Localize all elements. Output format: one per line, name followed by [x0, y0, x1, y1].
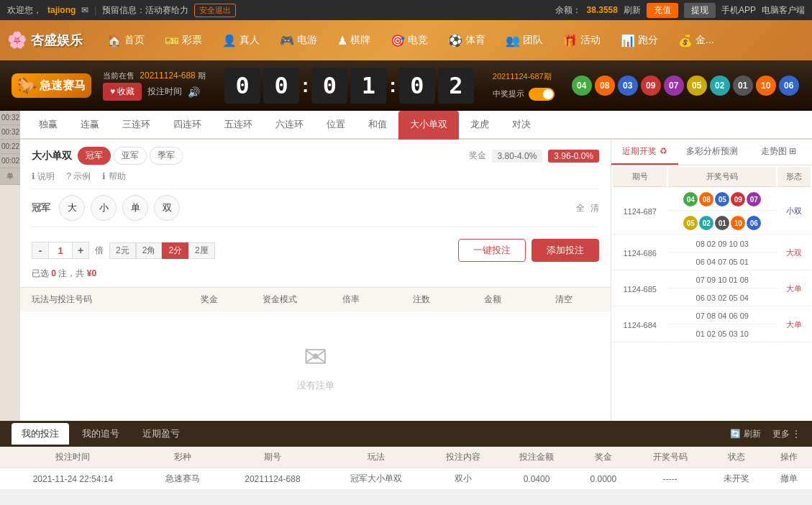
prize-range2: 3.96-0.0%	[548, 150, 599, 163]
unit-btn-2分[interactable]: 2分	[162, 242, 188, 259]
qty-minus-button[interactable]: -	[32, 242, 49, 259]
list-item: 2021-11-24 22:54:14	[0, 468, 146, 490]
nav-item-activity[interactable]: 🎁活动	[553, 20, 611, 60]
choice-btn-单[interactable]: 单	[122, 195, 148, 221]
unit-btn-2元[interactable]: 2元	[109, 242, 136, 259]
tab-位置[interactable]: 位置	[315, 111, 357, 140]
play-header: 大小单双 冠军亚军季军 奖金 3.80-4.0% 3.96-0.0%	[32, 147, 599, 165]
msg-icon[interactable]: ✉	[81, 5, 88, 15]
sound-button[interactable]: 🔊	[188, 86, 200, 98]
nav-item-sports[interactable]: ⚽体育	[438, 20, 496, 60]
info-ℹ 说明[interactable]: ℹ 说明	[32, 170, 55, 183]
right-tab-走势图 ⊞[interactable]: 走势图 ⊞	[745, 140, 812, 165]
recent-th-形态: 形态	[777, 167, 811, 187]
mini-ball: 04	[683, 192, 698, 206]
esports-icon: 🎯	[391, 34, 405, 47]
rank-btn-季军[interactable]: 季军	[150, 147, 183, 165]
bottom-tab-近期盈亏[interactable]: 近期盈亏	[132, 423, 190, 445]
tab-连赢[interactable]: 连赢	[69, 111, 111, 140]
collect-button[interactable]: ♥ 收藏	[103, 83, 142, 101]
username: tajiong	[47, 5, 76, 15]
bottom-th-投注金额: 投注金额	[500, 447, 573, 468]
cancel-action-button[interactable]: 撤单	[766, 468, 812, 490]
desktop-client-button[interactable]: 电脑客户端	[762, 4, 805, 17]
more-button[interactable]: 更多 ⋮	[772, 428, 800, 440]
tab-大小单双[interactable]: 大小单双	[398, 111, 459, 140]
countdown-m1: 0	[311, 68, 347, 104]
balls-row-1: 07 09 10 01 08	[668, 272, 776, 288]
game-logo: 🐎 急速赛马	[12, 73, 91, 98]
recent-th-期号: 期号	[613, 167, 667, 187]
mini-ball: 10	[731, 216, 745, 230]
refresh-button[interactable]: 刷新	[624, 4, 641, 17]
recharge-button[interactable]: 充值	[647, 3, 678, 18]
tab-六连环[interactable]: 六连环	[264, 111, 315, 140]
tab-五连环[interactable]: 五连环	[213, 111, 264, 140]
right-tab-近期开奖 ♻[interactable]: 近期开奖 ♻	[611, 140, 678, 165]
bottom-th-奖金: 奖金	[573, 447, 634, 468]
prize-range1: 3.80-4.0%	[492, 150, 543, 163]
balance-value: 38.3558	[587, 5, 618, 15]
bet-action-buttons: 一键投注 添加投注	[458, 239, 599, 262]
tab-独赢[interactable]: 独赢	[27, 111, 69, 140]
withdraw-button[interactable]: 提现	[684, 3, 716, 18]
result-ball-04: 04	[572, 76, 592, 96]
clear-button[interactable]: 清	[590, 202, 599, 214]
running-icon: 📊	[621, 34, 635, 47]
quick-bet-button[interactable]: 一键投注	[458, 239, 526, 262]
nav-item-gold[interactable]: 💰金...	[668, 20, 724, 60]
safe-exit-button[interactable]: 安全退出	[194, 4, 236, 17]
bet-col-玩法与投注号码: 玩法与投注号码	[32, 294, 173, 306]
right-tab-多彩分析预测[interactable]: 多彩分析预测	[678, 140, 745, 165]
choice-btn-大[interactable]: 大	[59, 195, 85, 221]
nav-item-team[interactable]: 👥团队	[496, 20, 553, 60]
select-all-button[interactable]: 全	[576, 202, 585, 214]
add-bet-button[interactable]: 添加投注	[532, 239, 599, 262]
selected-count: 0	[51, 268, 56, 278]
nav-item-lottery[interactable]: 🎫彩票	[155, 20, 212, 60]
rank-btn-冠军[interactable]: 冠军	[78, 147, 111, 165]
bottom-tab-我的追号[interactable]: 我的追号	[72, 423, 129, 445]
info-? 示例[interactable]: ? 示例	[66, 170, 91, 183]
rank-btn-亚军[interactable]: 亚军	[114, 147, 147, 165]
mini-ball: 07	[747, 192, 761, 206]
bottom-tabs: 我的投注我的追号近期盈亏🔄 刷新更多 ⋮	[0, 421, 812, 447]
countdown-s2: 2	[438, 68, 474, 104]
nav-item-running[interactable]: 📊跑分	[611, 20, 668, 60]
nav-item-egame[interactable]: 🎮电游	[270, 20, 327, 60]
qty-control: - 1 +	[32, 242, 89, 259]
countdown: 0 0 : 0 1 : 0 2	[224, 68, 474, 104]
list-item: 20211124-688	[219, 468, 327, 490]
chess-icon: ♟	[337, 34, 347, 47]
tab-和值[interactable]: 和值	[357, 111, 398, 140]
result-tag: 大单	[777, 308, 811, 342]
nav-bar: 🌸 杏盛娱乐 🏠首页 🎫彩票 👤真人 🎮电游 ♟棋牌 🎯电竞 ⚽体育 👥团队 🎁…	[0, 20, 812, 60]
tab-对决[interactable]: 对决	[501, 111, 542, 140]
mini-ball: 06	[747, 216, 761, 230]
mobile-app-button[interactable]: 手机APP	[721, 4, 756, 17]
choice-btn-双[interactable]: 双	[154, 195, 180, 221]
choice-btn-小[interactable]: 小	[91, 195, 117, 221]
mini-ball: 02	[699, 216, 713, 230]
tab-三连环[interactable]: 三连环	[111, 111, 162, 140]
win-toggle[interactable]	[529, 88, 555, 101]
info-ℹ 帮助[interactable]: ℹ 帮助	[102, 170, 125, 183]
unit-btn-2角[interactable]: 2角	[136, 242, 163, 259]
bet-col-注数: 注数	[386, 294, 457, 306]
tab-龙虎[interactable]: 龙虎	[459, 111, 501, 140]
clear-buttons: 全 清	[576, 202, 599, 214]
game-logo-area: 🐎 急速赛马	[12, 73, 91, 98]
game-main: 大小单双 冠军亚军季军 奖金 3.80-4.0% 3.96-0.0% ℹ 说明?…	[20, 140, 812, 421]
nav-item-live[interactable]: 👤真人	[212, 20, 270, 60]
nav-item-chess[interactable]: ♟棋牌	[327, 20, 380, 60]
nav-logo: 🌸 杏盛娱乐	[7, 31, 83, 50]
home-icon: 🏠	[107, 34, 122, 47]
refresh-bottom-button[interactable]: 🔄 刷新	[730, 428, 760, 440]
unit-btn-2厘[interactable]: 2厘	[188, 242, 215, 259]
tab-四连环[interactable]: 四连环	[162, 111, 213, 140]
qty-plus-button[interactable]: +	[72, 242, 89, 259]
list-item: 双小	[426, 468, 500, 490]
nav-item-home[interactable]: 🏠首页	[97, 20, 155, 60]
bottom-tab-我的投注[interactable]: 我的投注	[12, 423, 69, 445]
nav-item-esports[interactable]: 🎯电竞	[380, 20, 438, 60]
